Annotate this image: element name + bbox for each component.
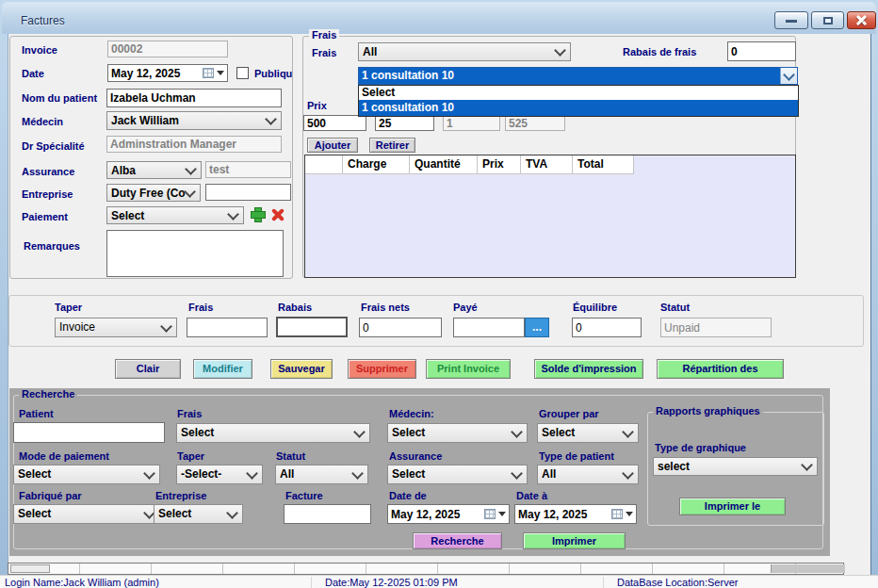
recherche-button[interactable]: Recherche (413, 532, 502, 549)
add-payment-icon[interactable] (251, 207, 266, 222)
statut-field[interactable] (660, 318, 772, 337)
search-taper-combo[interactable]: -Select- (176, 465, 263, 484)
column-header-total[interactable]: Total (573, 155, 634, 174)
repartition-button[interactable]: Répartition des (657, 359, 784, 379)
search-entreprise-label: Entreprise (155, 490, 206, 501)
patient-name-field[interactable] (106, 89, 282, 107)
search-medecin-combo[interactable]: Select (387, 423, 528, 443)
assurance-combo-value: Alba (111, 164, 136, 177)
tva-field[interactable] (443, 115, 500, 131)
taper-combo[interactable]: Invoice (55, 318, 177, 337)
chevron-down-icon (143, 467, 155, 480)
paye-browse-button[interactable]: ... (525, 318, 549, 337)
search-patient-field[interactable] (13, 422, 165, 443)
type-graphique-combo[interactable]: select (653, 457, 818, 476)
dropdown-option[interactable]: Select (359, 86, 798, 100)
charges-table[interactable]: Charge Quantité Prix TVA Total (304, 155, 796, 278)
patient-panel: Invoice Date May 12, 2025 Publique Nom d… (9, 36, 293, 279)
mode-paiement-label: Mode de paiement (19, 450, 109, 462)
type-patient-label: Type de patient (539, 450, 614, 462)
chevron-down-icon (265, 113, 277, 125)
totals-rabais-label: Rabais (278, 302, 312, 313)
column-header-selector[interactable] (305, 155, 343, 174)
horizontal-scrollbar[interactable] (8, 563, 844, 575)
column-header-charge[interactable]: Charge (343, 155, 410, 174)
publique-label: Publique (254, 68, 293, 79)
clair-button[interactable]: Clair (115, 359, 181, 379)
search-assurance-combo[interactable]: Select (387, 465, 528, 484)
search-patient-label: Patient (19, 408, 54, 419)
facture-label: Facture (285, 490, 323, 501)
fabrique-par-label: Fabriqué par (19, 490, 82, 501)
minimize-button[interactable] (774, 11, 808, 29)
search-frais-combo[interactable]: Select (176, 423, 370, 443)
equilibre-field[interactable] (572, 318, 642, 337)
specialite-field[interactable] (106, 136, 282, 153)
frais-group-title: Frais (309, 29, 339, 41)
date-de-picker[interactable]: May 12, 2025 (387, 504, 510, 524)
quantite-field[interactable] (375, 115, 434, 131)
column-header-prix[interactable]: Prix (478, 155, 521, 174)
supprimer-button[interactable]: Supprimer (348, 359, 416, 379)
sauvegarder-button[interactable]: Sauvegar (270, 359, 333, 379)
remarques-label: Remarques (24, 240, 80, 252)
modifier-button[interactable]: Modifier (193, 359, 252, 379)
search-assurance-value: Select (392, 467, 425, 481)
status-date: Date:May 12-2025 01:09 PM (325, 577, 458, 588)
prix-field[interactable] (303, 115, 366, 131)
grouper-par-combo[interactable]: Select (537, 423, 639, 443)
date-a-picker[interactable]: May 12, 2025 (514, 504, 637, 524)
facture-field[interactable] (284, 504, 371, 524)
remarques-field[interactable] (106, 230, 284, 277)
column-header-quantite[interactable]: Quantité (410, 155, 478, 174)
search-statut-combo[interactable]: All (275, 465, 368, 484)
type-graphique-label: Type de graphique (655, 442, 746, 453)
grouper-par-label: Grouper par (539, 408, 599, 419)
assurance-combo[interactable]: Alba (106, 161, 202, 179)
frais-filter-combo[interactable]: All (358, 42, 571, 61)
imprimer-le-button[interactable]: Imprimer le (679, 498, 786, 515)
date-de-label: Date de (389, 490, 427, 501)
search-taper-value: -Select- (181, 467, 221, 481)
type-patient-combo[interactable]: All (537, 465, 639, 484)
assurance-extra-field[interactable] (205, 161, 291, 178)
totals-frais-field[interactable] (187, 318, 268, 337)
paiement-combo-value: Select (111, 209, 144, 222)
date-picker[interactable]: May 12, 2025 (107, 64, 228, 82)
medecin-combo[interactable]: Jack William (106, 111, 282, 130)
totals-rabais-field[interactable] (276, 317, 348, 337)
rabais-de-frais-field[interactable] (727, 41, 796, 61)
entreprise-extra-field[interactable] (205, 184, 291, 201)
fabrique-par-value: Select (18, 507, 51, 520)
mode-paiement-combo[interactable]: Select (13, 465, 160, 484)
chevron-down-icon (246, 467, 258, 480)
date-a-label: Date à (516, 490, 547, 501)
paiement-combo[interactable]: Select (106, 206, 244, 224)
total-field[interactable] (505, 115, 565, 131)
delete-payment-icon[interactable] (270, 207, 285, 222)
retirer-button[interactable]: Retirer (369, 138, 415, 153)
maximize-button[interactable] (811, 11, 844, 29)
print-invoice-button[interactable]: Print Invoice (426, 359, 511, 379)
imprimer-button[interactable]: Imprimer (523, 532, 626, 549)
status-separator (311, 577, 312, 588)
chevron-down-icon (160, 320, 172, 333)
charge-combo[interactable]: 1 consultation 10 (358, 67, 798, 85)
ajouter-button[interactable]: Ajouter (307, 138, 358, 153)
solde-impression-button[interactable]: Solde d'impression (534, 359, 643, 379)
dropdown-option-selected[interactable]: 1 consultation 10 (359, 100, 798, 116)
publique-checkbox[interactable] (236, 67, 249, 79)
entreprise-combo[interactable]: Duty Free (Co (106, 184, 201, 202)
paye-field[interactable] (453, 318, 525, 337)
chevron-down-icon (801, 459, 813, 471)
invoice-field[interactable] (107, 41, 228, 57)
fabrique-par-combo[interactable]: Select (13, 504, 160, 524)
statut-label: Statut (660, 302, 690, 313)
column-header-tva[interactable]: TVA (521, 155, 573, 174)
scrollbar-thumb[interactable] (10, 564, 50, 573)
minimize-icon (786, 20, 797, 23)
charge-combo-button[interactable] (780, 68, 797, 84)
frais-nets-field[interactable] (359, 318, 442, 337)
close-button[interactable] (847, 11, 876, 29)
search-entreprise-combo[interactable]: Select (154, 504, 243, 524)
